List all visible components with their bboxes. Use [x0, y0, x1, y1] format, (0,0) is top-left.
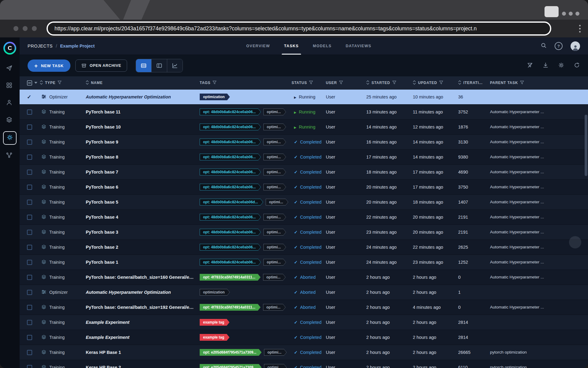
tag[interactable]: opt: 48db0b8a6c824ce0ab06...	[200, 109, 261, 115]
column-header-type[interactable]: TYPE	[40, 80, 86, 86]
browser-tab-shape-small[interactable]	[123, 0, 150, 20]
row-checkbox[interactable]	[27, 230, 32, 235]
column-header-updated[interactable]: UPDATED	[413, 80, 458, 86]
split-view-button[interactable]	[151, 59, 167, 72]
filter-funnel-icon[interactable]	[392, 81, 396, 85]
task-row[interactable]: TrainingPyTorch base 6opt: 48db0b8a6c824…	[20, 180, 588, 195]
row-checkbox[interactable]	[27, 275, 32, 280]
tag[interactable]: optimi...	[263, 139, 286, 145]
search-icon[interactable]	[541, 42, 547, 50]
tag[interactable]: opt: 48db0b8a6c824ce0ab06...	[200, 139, 261, 145]
tag[interactable]: optimi...	[263, 259, 286, 266]
scrollbar-thumb[interactable]	[585, 115, 587, 176]
task-parent[interactable]: pytorch optimization	[490, 360, 588, 368]
task-name[interactable]: PyTorch base 2	[86, 245, 123, 250]
tag[interactable]: example tag	[200, 319, 229, 326]
tag[interactable]: opt: 48db0b8a6c824ce0ab06...	[200, 154, 261, 160]
task-parent[interactable]: Automatic Hyperparameter ...	[490, 150, 588, 164]
filter-funnel-icon[interactable]	[339, 81, 343, 85]
sidebar-item-applications[interactable]	[3, 131, 17, 145]
task-row[interactable]: TrainingPyTorch base 11opt: 48db0b8a6c82…	[20, 105, 588, 120]
task-row[interactable]: TrainingPyTorch base: General/batch_size…	[20, 270, 588, 285]
task-name[interactable]: PyTorch base 8	[86, 155, 123, 159]
tab-dataviews[interactable]: DATAVIEWS	[346, 37, 371, 55]
tag[interactable]: opt: e205d684f7954571a7309...	[200, 349, 262, 356]
tag[interactable]: opt: e205d684f7954571a7309...	[200, 364, 262, 368]
tag[interactable]: optimi...	[263, 304, 286, 311]
filter-funnel-icon[interactable]	[213, 81, 217, 85]
row-checkbox[interactable]	[27, 290, 32, 295]
column-header-started[interactable]: STARTED	[366, 80, 413, 86]
tag[interactable]: optimi...	[263, 184, 286, 190]
task-row[interactable]: TrainingPyTorch base 5opt: 48db0b8a6c824…	[20, 195, 588, 210]
avatar[interactable]	[571, 41, 580, 51]
help-icon[interactable]: ?	[555, 42, 563, 50]
task-parent[interactable]: Automatic Hyperparameter ...	[490, 300, 588, 315]
task-row[interactable]: OptimizerAutomatic Hyperparameter Optimi…	[20, 285, 588, 300]
tag[interactable]: optimi...	[263, 214, 286, 220]
tag[interactable]: opt: 4f7833ca5fd74914a0311...	[200, 274, 261, 281]
row-checkbox[interactable]	[27, 260, 32, 265]
task-row[interactable]: TrainingPyTorch base 1opt: 48db0b8a6c824…	[20, 255, 588, 270]
table-view-button[interactable]	[136, 59, 151, 72]
row-checkbox[interactable]	[27, 125, 32, 130]
row-checkbox[interactable]	[27, 320, 32, 325]
row-checkbox[interactable]	[27, 305, 32, 310]
row-checkbox[interactable]	[27, 350, 32, 355]
vertical-scrollbar[interactable]	[584, 90, 587, 367]
scroll-float-button[interactable]	[569, 236, 581, 248]
task-name[interactable]: PyTorch base: General/batch_size=160 Gen…	[86, 275, 200, 280]
sidebar-item-reports[interactable]	[3, 80, 15, 92]
filter-funnel-icon[interactable]	[309, 81, 313, 85]
task-row[interactable]: TrainingExample Experimentexample tagCom…	[20, 315, 588, 330]
task-name[interactable]: PyTorch base 5	[86, 200, 123, 205]
task-row[interactable]: TrainingPyTorch base 4opt: 48db0b8a6c824…	[20, 210, 588, 225]
task-parent[interactable]: Automatic Hyperparameter ...	[490, 165, 588, 179]
tag[interactable]: optimization	[200, 289, 230, 296]
task-parent[interactable]: pytorch optimization	[490, 345, 588, 360]
task-row[interactable]: TrainingPyTorch base 3opt: 48db0b8a6c824…	[20, 225, 588, 240]
task-row[interactable]: OptimizerAutomatic Hyperparameter Optimi…	[20, 90, 588, 105]
breadcrumb-projects[interactable]: PROJECTS	[28, 44, 53, 48]
column-header-user[interactable]: USER	[326, 81, 366, 85]
settings-gear-icon[interactable]	[558, 62, 564, 70]
task-parent[interactable]: Automatic Hyperparameter ...	[490, 180, 588, 194]
row-checkbox[interactable]	[27, 200, 32, 205]
tag[interactable]: optimi...	[263, 154, 286, 160]
task-row[interactable]: TrainingPyTorch base 2opt: 48db0b8a6c824…	[20, 240, 588, 255]
open-archive-button[interactable]: OPEN ARCHIVE	[75, 59, 127, 72]
task-name[interactable]: PyTorch base 4	[86, 215, 123, 220]
row-checkbox[interactable]	[27, 155, 32, 160]
tag[interactable]: optimi...	[266, 199, 288, 205]
sort-icon[interactable]	[366, 80, 369, 86]
tab-tasks[interactable]: TASKS	[284, 37, 299, 55]
select-all-caret-icon[interactable]	[34, 82, 37, 84]
url-text[interactable]: https://app.clear.ml/projects/2043a1657f…	[55, 25, 477, 32]
url-bar[interactable]: https://app.clear.ml/projects/2043a1657f…	[47, 21, 551, 36]
sidebar-item-workers[interactable]	[3, 97, 15, 109]
sort-icon[interactable]	[458, 80, 461, 86]
sidebar-item-projects[interactable]	[3, 63, 15, 75]
tab-overview[interactable]: OVERVIEW	[246, 37, 270, 55]
task-name[interactable]: PyTorch base 11	[86, 109, 125, 114]
task-parent[interactable]: Automatic Hyperparameter ...	[490, 255, 588, 270]
filter-funnel-icon[interactable]	[520, 81, 524, 85]
row-checkbox[interactable]	[27, 215, 32, 220]
browser-tab-shape[interactable]	[0, 0, 120, 20]
task-name[interactable]: PyTorch base 1	[86, 260, 123, 265]
clear-filters-icon[interactable]	[527, 62, 533, 70]
task-name[interactable]: Example Experiment	[86, 335, 134, 340]
task-row[interactable]: TrainingKeras HP Base 2opt: e205d684f795…	[20, 360, 588, 368]
task-name[interactable]: PyTorch base 9	[86, 140, 123, 144]
task-name[interactable]: PyTorch base 6	[86, 185, 123, 190]
task-parent[interactable]: Automatic Hyperparameter ...	[490, 210, 588, 224]
task-name[interactable]: Example Experiment	[86, 320, 134, 325]
row-checkbox[interactable]	[27, 365, 32, 368]
tag[interactable]: optimi...	[263, 109, 286, 115]
new-task-button[interactable]: NEW TASK	[28, 59, 70, 72]
filter-funnel-icon[interactable]	[58, 81, 62, 85]
column-header-status[interactable]: STATUS	[292, 81, 326, 85]
sort-icon[interactable]	[413, 80, 416, 86]
task-row[interactable]: TrainingPyTorch base 9opt: 48db0b8a6c824…	[20, 135, 588, 150]
tag[interactable]: opt: 48db0b8a6c824ce0ab06...	[200, 244, 261, 251]
